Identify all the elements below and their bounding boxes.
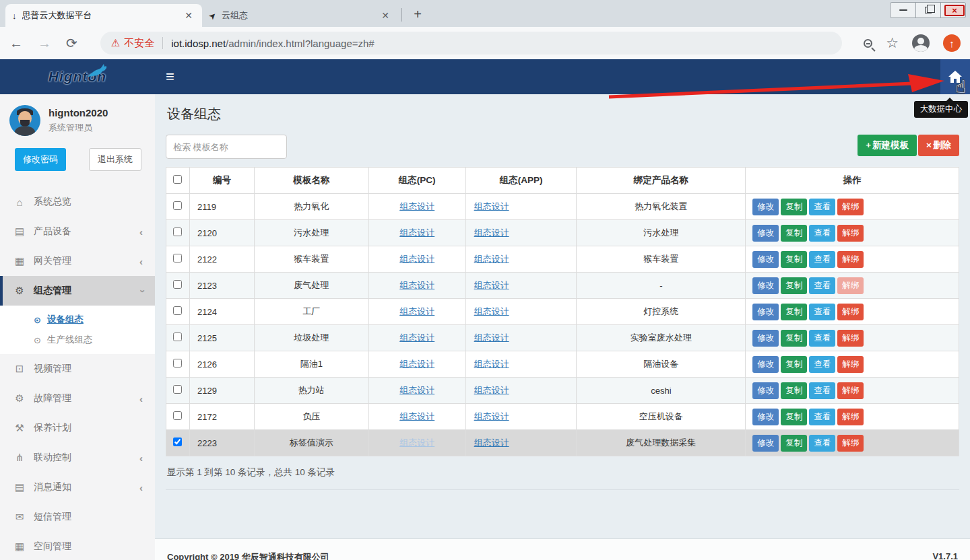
row-checkbox[interactable] — [173, 228, 182, 236]
copy-button[interactable]: 复制 — [781, 382, 807, 399]
row-checkbox[interactable] — [173, 359, 182, 368]
config-design-app-link[interactable]: 组态设计 — [474, 228, 509, 238]
change-password-button[interactable]: 修改密码 — [15, 148, 66, 171]
view-button[interactable]: 查看 — [809, 225, 835, 242]
new-template-button[interactable]: +新建模板 — [858, 135, 917, 156]
not-secure-label[interactable]: 不安全 — [124, 37, 154, 50]
unbind-button[interactable]: 解绑 — [837, 199, 864, 215]
bookmark-star-icon[interactable]: ☆ — [886, 35, 899, 51]
modify-button[interactable]: 修改 — [752, 330, 779, 347]
copy-button[interactable]: 复制 — [781, 330, 807, 347]
logout-button[interactable]: 退出系统 — [89, 148, 141, 171]
delete-button[interactable]: ×删除 — [918, 135, 959, 156]
config-design-pc-link[interactable]: 组态设计 — [399, 280, 434, 290]
view-button[interactable]: 查看 — [809, 435, 835, 452]
config-design-app-link[interactable]: 组态设计 — [474, 411, 509, 421]
select-all-checkbox[interactable] — [173, 175, 182, 184]
close-button[interactable]: × × — [940, 3, 965, 18]
view-button[interactable]: 查看 — [809, 409, 835, 425]
config-design-app-link[interactable]: 组态设计 — [474, 332, 509, 343]
modify-button[interactable]: 修改 — [752, 304, 779, 320]
hamburger-menu-icon[interactable]: ≡ — [166, 68, 174, 85]
config-design-app-link[interactable]: 组态设计 — [474, 359, 509, 369]
search-input[interactable] — [166, 135, 287, 159]
restore-button[interactable] — [915, 3, 940, 18]
unbind-button[interactable]: 解绑 — [837, 409, 864, 425]
unbind-button[interactable]: 解绑 — [837, 356, 864, 373]
browser-update-button[interactable]: ↑ — [943, 34, 961, 52]
modify-button[interactable]: 修改 — [752, 435, 779, 452]
config-design-pc-link[interactable]: 组态设计 — [399, 385, 434, 395]
sidebar-item-message-notify[interactable]: ▤消息通知‹ — [0, 473, 155, 502]
row-checkbox[interactable] — [173, 438, 182, 446]
copy-button[interactable]: 复制 — [781, 409, 807, 425]
sidebar-item-fault-mgmt[interactable]: ⚙故障管理‹ — [0, 384, 155, 413]
config-design-pc-link[interactable]: 组态设计 — [399, 228, 434, 238]
new-tab-button[interactable]: + — [409, 5, 426, 23]
config-design-pc-link[interactable]: 组态设计 — [399, 359, 434, 369]
modify-button[interactable]: 修改 — [752, 356, 779, 373]
view-button[interactable]: 查看 — [809, 382, 835, 399]
sidebar-item-sms-mgmt[interactable]: ✉短信管理 — [0, 502, 155, 532]
address-bar[interactable]: ⚠ 不安全 iot.idosp.net /admin/index.html?la… — [100, 32, 842, 55]
back-icon[interactable]: ← — [9, 36, 23, 51]
unbind-button[interactable]: 解绑 — [837, 277, 864, 294]
browser-tab-platform[interactable]: ↓ 思普云大数据平台 ✕ — [5, 4, 202, 27]
view-button[interactable]: 查看 — [809, 356, 835, 373]
config-design-app-link[interactable]: 组态设计 — [474, 280, 509, 290]
config-design-pc-link[interactable]: 组态设计 — [399, 201, 434, 211]
view-button[interactable]: 查看 — [809, 199, 835, 215]
copy-button[interactable]: 复制 — [781, 435, 807, 452]
config-design-pc-link[interactable]: 组态设计 — [399, 254, 434, 264]
config-design-pc-link[interactable]: 组态设计 — [399, 306, 434, 316]
config-design-app-link[interactable]: 组态设计 — [474, 385, 509, 395]
view-button[interactable]: 查看 — [809, 304, 835, 320]
sidebar-item-gateway-mgmt[interactable]: ▦网关管理‹ — [0, 246, 155, 276]
config-design-pc-link[interactable]: 组态设计 — [399, 411, 434, 421]
modify-button[interactable]: 修改 — [752, 199, 779, 215]
config-design-app-link[interactable]: 组态设计 — [474, 438, 509, 448]
row-checkbox[interactable] — [173, 411, 182, 420]
row-checkbox[interactable] — [173, 332, 182, 341]
tab-close-icon[interactable]: ✕ — [379, 9, 392, 22]
row-checkbox[interactable] — [173, 201, 182, 210]
tab-close-icon[interactable]: ✕ — [182, 9, 195, 22]
sidebar-item-video-mgmt[interactable]: ⊡视频管理 — [0, 354, 155, 384]
config-design-app-link[interactable]: 组态设计 — [474, 201, 509, 211]
minimize-button[interactable] — [891, 3, 915, 18]
unbind-button[interactable]: 解绑 — [837, 382, 864, 399]
config-design-pc-link[interactable]: 组态设计 — [399, 438, 434, 448]
sidebar-item-maintenance-plan[interactable]: ⚒保养计划 — [0, 413, 155, 443]
modify-button[interactable]: 修改 — [752, 277, 779, 294]
copy-button[interactable]: 复制 — [781, 356, 807, 373]
copy-button[interactable]: 复制 — [781, 304, 807, 320]
sidebar-subitem-line-config[interactable]: ⊙生产线组态 — [0, 330, 155, 350]
config-design-app-link[interactable]: 组态设计 — [474, 254, 509, 264]
row-checkbox[interactable] — [173, 254, 182, 262]
view-button[interactable]: 查看 — [809, 251, 835, 268]
sidebar-item-config-mgmt[interactable]: ⚙组态管理‹ — [0, 276, 155, 306]
unbind-button[interactable]: 解绑 — [837, 330, 864, 347]
config-design-pc-link[interactable]: 组态设计 — [399, 332, 434, 343]
unbind-button[interactable]: 解绑 — [837, 225, 864, 242]
config-design-app-link[interactable]: 组态设计 — [474, 306, 509, 316]
forward-icon[interactable]: → — [38, 36, 51, 51]
browser-tab-cloud-config[interactable]: ➤ 云组态 ✕ — [202, 4, 399, 27]
sidebar-item-linkage-control[interactable]: ⋔联动控制‹ — [0, 443, 155, 473]
modify-button[interactable]: 修改 — [752, 251, 779, 268]
copy-button[interactable]: 复制 — [781, 225, 807, 242]
zoom-out-icon[interactable] — [864, 39, 872, 48]
view-button[interactable]: 查看 — [809, 330, 835, 347]
row-checkbox[interactable] — [173, 280, 182, 289]
profile-avatar[interactable] — [912, 34, 930, 52]
unbind-button[interactable]: 解绑 — [837, 251, 864, 268]
sidebar-subitem-device-config[interactable]: ⊙设备组态 — [0, 310, 155, 330]
sidebar-item-system-overview[interactable]: ⌂系统总览 — [0, 187, 155, 217]
row-checkbox[interactable] — [173, 385, 182, 394]
modify-button[interactable]: 修改 — [752, 409, 779, 425]
sidebar-item-product-device[interactable]: ▤产品设备‹ — [0, 217, 155, 246]
modify-button[interactable]: 修改 — [752, 225, 779, 242]
unbind-button[interactable]: 解绑 — [837, 304, 864, 320]
copy-button[interactable]: 复制 — [781, 251, 807, 268]
reload-icon[interactable]: ⟳ — [66, 35, 77, 51]
